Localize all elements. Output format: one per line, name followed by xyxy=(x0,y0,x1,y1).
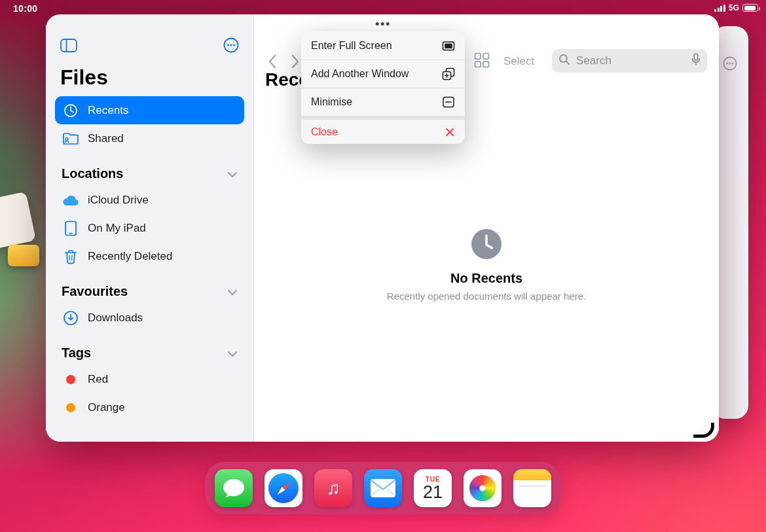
window-drag-handle[interactable] xyxy=(372,20,393,27)
battery-icon xyxy=(742,4,758,12)
sidebar-item-downloads[interactable]: Downloads xyxy=(55,304,244,332)
minimise-icon xyxy=(442,96,455,109)
empty-subtitle: Recently opened documents will appear he… xyxy=(254,291,719,302)
dock-app-notes[interactable] xyxy=(513,469,551,507)
dock-app-messages[interactable] xyxy=(215,469,253,507)
menu-item-label: Add Another Window xyxy=(311,68,409,80)
wallpaper-object-yellow xyxy=(8,245,39,266)
more-circle-icon[interactable] xyxy=(723,56,737,73)
sidebar-item-label: iCloud Drive xyxy=(88,194,149,207)
status-bar: 10:00 5G xyxy=(0,0,766,16)
calendar-day: 21 xyxy=(423,483,443,501)
messages-bubble-icon xyxy=(223,478,245,499)
sidebar-item-label: Recently Deleted xyxy=(88,250,172,263)
cloud-icon xyxy=(62,194,80,207)
sidebar-item-tag-orange[interactable]: Orange xyxy=(55,393,244,421)
sidebar-item-recently-deleted[interactable]: Recently Deleted xyxy=(55,242,244,270)
forward-button[interactable] xyxy=(288,52,302,71)
dock-app-photos[interactable] xyxy=(464,469,502,507)
sidebar-item-on-my-ipad[interactable]: On My iPad xyxy=(55,214,244,242)
chevron-down-icon[interactable] xyxy=(227,346,238,361)
mail-envelope-icon xyxy=(370,478,396,498)
sidebar: Files Recents Shared Locations xyxy=(46,14,254,442)
sidebar-item-label: Shared xyxy=(88,132,124,145)
dock-app-calendar[interactable]: TUE 21 xyxy=(414,469,452,507)
menu-item-minimise[interactable]: Minimise xyxy=(301,88,465,116)
enter-full-screen-icon xyxy=(442,39,455,52)
select-button[interactable]: Select xyxy=(503,55,534,68)
safari-compass-icon xyxy=(268,473,299,503)
back-button[interactable] xyxy=(264,52,279,71)
download-circle-icon xyxy=(62,310,80,326)
app-title: Files xyxy=(60,65,239,90)
sidebar-item-icloud-drive[interactable]: iCloud Drive xyxy=(55,186,244,214)
sidebar-item-label: Red xyxy=(88,373,108,386)
section-label: Locations xyxy=(62,166,123,181)
empty-title: No Recents xyxy=(254,271,719,286)
clock-icon xyxy=(62,103,80,118)
red-tag-dot xyxy=(62,375,80,384)
close-x-icon xyxy=(445,127,455,137)
menu-item-label: Minimise xyxy=(311,96,352,108)
notes-yellow-band xyxy=(513,469,551,480)
sidebar-item-label: Orange xyxy=(88,401,125,414)
section-label: Tags xyxy=(62,346,91,361)
orange-tag-dot xyxy=(62,403,80,412)
view-options-icon[interactable] xyxy=(474,52,490,71)
shared-folder-icon xyxy=(62,132,80,146)
dock-app-music[interactable]: ♫ xyxy=(314,469,352,507)
add-window-icon xyxy=(442,67,455,80)
search-input[interactable] xyxy=(575,54,687,68)
ipad-icon xyxy=(62,221,80,236)
sidebar-item-label: Recents xyxy=(88,104,128,117)
chevron-down-icon[interactable] xyxy=(227,166,238,181)
sidebar-item-recents[interactable]: Recents xyxy=(55,96,244,124)
menu-item-add-another-window[interactable]: Add Another Window xyxy=(301,60,465,88)
search-field[interactable] xyxy=(552,49,707,73)
sidebar-item-label: Downloads xyxy=(88,311,143,325)
sidebar-item-label: On My iPad xyxy=(88,222,146,235)
section-label: Favourites xyxy=(62,284,128,299)
dock: ♫ TUE 21 xyxy=(205,462,561,514)
empty-state: No Recents Recently opened documents wil… xyxy=(254,228,719,302)
section-header-favourites: Favourites xyxy=(55,284,244,299)
status-time: 10:00 xyxy=(13,3,37,14)
sidebar-item-shared[interactable]: Shared xyxy=(55,124,244,152)
photos-flower-icon xyxy=(469,475,496,501)
recents-clock-icon xyxy=(470,228,503,260)
music-note-icon: ♫ xyxy=(327,478,340,499)
mic-icon[interactable] xyxy=(691,53,701,69)
trash-icon xyxy=(62,249,80,264)
signal-icon xyxy=(714,5,725,12)
menu-item-label: Enter Full Screen xyxy=(311,40,392,52)
section-header-locations: Locations xyxy=(55,166,244,181)
notes-line xyxy=(519,486,546,487)
menu-item-close[interactable]: Close xyxy=(301,116,465,144)
section-header-tags: Tags xyxy=(55,346,244,361)
menu-item-label: Close xyxy=(311,126,338,138)
network-label: 5G xyxy=(729,3,739,12)
files-window: Files Recents Shared Locations xyxy=(46,14,719,442)
wallpaper-object-white xyxy=(0,192,36,251)
dock-app-mail[interactable] xyxy=(364,469,402,507)
window-controls-menu: Enter Full Screen Add Another Window Min… xyxy=(301,31,465,144)
sidebar-toggle-icon[interactable] xyxy=(60,39,77,55)
search-icon xyxy=(558,54,570,68)
ipad-screen: 10:00 5G Files xyxy=(0,0,766,532)
sidebar-more-circle-icon[interactable] xyxy=(223,37,239,56)
menu-item-enter-full-screen[interactable]: Enter Full Screen xyxy=(301,31,465,60)
chevron-down-icon[interactable] xyxy=(227,284,238,299)
sidebar-item-tag-red[interactable]: Red xyxy=(55,365,244,393)
dock-app-safari[interactable] xyxy=(264,469,302,507)
